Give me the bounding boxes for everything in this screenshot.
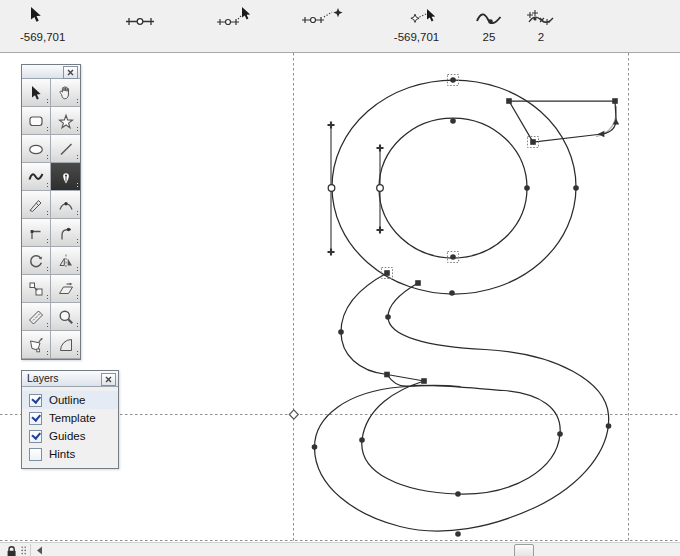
tool-pointer[interactable] xyxy=(22,79,51,107)
glyph-outline[interactable] xyxy=(314,80,616,531)
tool-ellipse[interactable] xyxy=(22,135,51,163)
tool-magnify[interactable] xyxy=(51,303,80,331)
tool-tangent-point[interactable] xyxy=(51,219,80,247)
inner-bowl xyxy=(379,118,527,258)
close-icon[interactable] xyxy=(101,373,116,386)
tool-perspective[interactable] xyxy=(22,331,51,359)
tool-curve-point[interactable] xyxy=(51,191,80,219)
pointer-cursor-icon xyxy=(30,7,43,24)
layer-checkbox[interactable] xyxy=(29,412,42,425)
tool-rotate-3d[interactable] xyxy=(51,331,80,359)
add-curve-point-icon xyxy=(126,16,154,27)
tool-ruler[interactable] xyxy=(22,303,51,331)
top-toolbar: -569,701 xyxy=(0,0,680,53)
freehand-value: 25 xyxy=(476,31,502,43)
tool-rounded-rect[interactable] xyxy=(22,107,51,135)
tail-inner xyxy=(362,375,560,495)
neck-left-edge xyxy=(341,273,387,375)
tool-palette xyxy=(21,64,81,360)
layer-row-hints[interactable]: Hints xyxy=(22,445,118,463)
layers-palette: Layers Outline Template Guides Hints xyxy=(21,370,119,469)
scrollbar-thumb[interactable] xyxy=(514,544,534,556)
control-points[interactable] xyxy=(312,75,620,537)
layer-checkbox[interactable] xyxy=(29,394,42,407)
pointer-coords: -569,701 xyxy=(20,31,65,43)
layer-label: Hints xyxy=(49,448,75,460)
layer-label: Outline xyxy=(49,394,85,406)
layer-checkbox[interactable] xyxy=(29,448,42,461)
tool-line[interactable] xyxy=(51,135,80,163)
cap-chord xyxy=(387,375,424,382)
layer-label: Template xyxy=(49,412,96,424)
tool-pen[interactable] xyxy=(51,163,80,191)
layer-checkbox[interactable] xyxy=(29,430,42,443)
tool-star[interactable] xyxy=(51,107,80,135)
layers-palette-titlebar[interactable]: Layers xyxy=(22,371,118,387)
control-handles[interactable] xyxy=(328,122,384,256)
origin-marker xyxy=(289,410,298,419)
outer-bowl xyxy=(332,80,576,294)
points-cluster-icon xyxy=(526,9,556,27)
tool-flip[interactable] xyxy=(51,247,80,275)
layers-palette-title: Layers xyxy=(27,372,59,384)
layer-row-outline[interactable]: Outline xyxy=(22,391,118,409)
layer-row-guides[interactable]: Guides xyxy=(22,427,118,445)
glyph-editor-window: -569,701 xyxy=(0,0,680,556)
tool-skew[interactable] xyxy=(51,275,80,303)
tool-corner-point[interactable] xyxy=(22,219,51,247)
tool-scale[interactable] xyxy=(22,275,51,303)
magic-coords: -569,701 xyxy=(393,31,440,43)
scroll-left-icon[interactable] xyxy=(36,546,43,555)
tool-freehand-curve[interactable] xyxy=(22,163,51,191)
tool-palette-titlebar[interactable] xyxy=(22,65,80,79)
grip-dots-icon xyxy=(21,546,27,555)
layer-row-template[interactable]: Template xyxy=(22,409,118,427)
close-icon[interactable] xyxy=(63,66,78,79)
tool-knife[interactable] xyxy=(22,191,51,219)
magic-pointer-icon xyxy=(407,9,439,27)
add-point-pointer-icon xyxy=(217,7,253,28)
tool-scroll-hand[interactable] xyxy=(51,79,80,107)
add-point-pointer-small-icon xyxy=(302,8,346,27)
template-gray-curve xyxy=(596,106,617,137)
bottom-scrollbar xyxy=(0,542,680,556)
lock-icon[interactable] xyxy=(6,545,17,556)
tool-rotate[interactable] xyxy=(22,247,51,275)
freehand-curve-icon xyxy=(476,12,502,27)
layer-label: Guides xyxy=(49,430,85,442)
points-value: 2 xyxy=(526,31,556,43)
statusbar-divider xyxy=(30,544,31,556)
